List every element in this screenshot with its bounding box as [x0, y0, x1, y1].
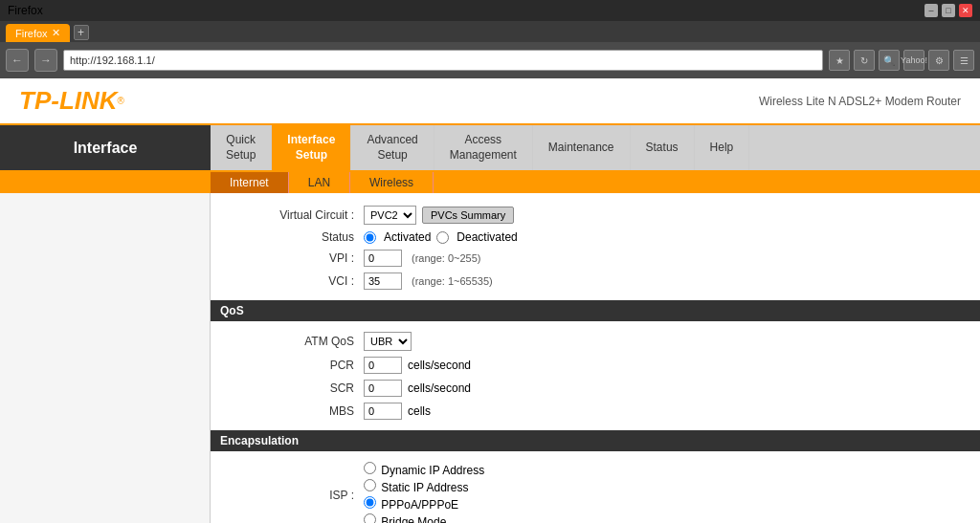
tab-bar: Firefox ✕ +: [0, 21, 980, 42]
tp-link-logo: TP-LINK®: [19, 86, 124, 116]
vpi-label: VPI :: [230, 251, 364, 265]
virtual-circuit-row: Virtual Circuit : PVC2 PVCs Summary: [230, 203, 961, 228]
isp-pppoa-radio[interactable]: [364, 496, 376, 509]
toolbar-icons: ★ ↻ 🔍 Yahoo! ⚙ ☰: [829, 50, 974, 71]
tab-interface-setup[interactable]: Interface Setup: [272, 125, 351, 170]
tab-access-management[interactable]: Access Management: [434, 125, 533, 170]
vci-label: VCI :: [230, 274, 364, 288]
pcr-input[interactable]: [364, 357, 402, 374]
browser-tab[interactable]: Firefox ✕: [6, 24, 70, 42]
atm-qos-select[interactable]: UBR: [364, 332, 412, 351]
bookmark-icon[interactable]: ★: [829, 50, 850, 71]
main-content: Virtual Circuit : PVC2 PVCs Summary Stat…: [211, 193, 980, 523]
forward-button[interactable]: →: [34, 49, 57, 72]
tab-advanced-setup[interactable]: Advanced Setup: [351, 125, 434, 170]
vpi-value: (range: 0~255): [364, 250, 961, 267]
vpi-range: (range: 0~255): [412, 252, 480, 264]
status-activated-label: Activated: [384, 230, 431, 244]
browser-toolbar: ← → http://192.168.1.1/ ★ ↻ 🔍 Yahoo! ⚙ ☰: [0, 42, 980, 78]
main-navigation: Interface Quick Setup Interface Setup Ad…: [0, 125, 980, 172]
sidebar: [0, 193, 211, 523]
scr-value: cells/second: [364, 380, 961, 397]
mbs-value: cells: [364, 403, 961, 420]
maximize-button[interactable]: □: [942, 4, 955, 17]
tab-label: Firefox: [15, 28, 48, 39]
vci-row: VCI : (range: 1~65535): [230, 270, 961, 293]
pcr-label: PCR: [230, 359, 364, 372]
menu-icon[interactable]: ☰: [953, 50, 974, 71]
sub-tab-internet[interactable]: Internet: [211, 172, 289, 193]
isp-bridge-radio[interactable]: [364, 513, 376, 523]
mbs-input[interactable]: [364, 403, 402, 420]
mbs-unit: cells: [408, 404, 431, 418]
browser-title: Firefox: [8, 4, 43, 17]
vpi-input[interactable]: [364, 250, 402, 267]
sub-navigation: Internet LAN Wireless: [0, 172, 980, 193]
atm-qos-label: ATM QoS: [230, 335, 364, 348]
mbs-row: MBS cells: [230, 400, 961, 423]
address-bar[interactable]: http://192.168.1.1/: [63, 50, 823, 71]
encapsulation-section-header: Encapsulation: [211, 430, 980, 451]
scr-row: SCR cells/second: [230, 377, 961, 400]
tab-maintenance[interactable]: Maintenance: [533, 125, 631, 170]
router-header: TP-LINK® Wireless Lite N ADSL2+ Modem Ro…: [0, 78, 980, 125]
title-bar: Firefox – □ ✕: [0, 0, 980, 21]
virtual-circuit-select[interactable]: PVC2: [364, 206, 416, 225]
router-subtitle: Wireless Lite N ADSL2+ Modem Router: [759, 95, 961, 108]
pcr-value: cells/second: [364, 357, 961, 374]
vpi-row: VPI : (range: 0~255): [230, 247, 961, 270]
status-row: Status Activated Deactivated: [230, 228, 961, 247]
sidebar-nav-interface: Interface: [0, 125, 211, 170]
mbs-label: MBS: [230, 404, 364, 418]
isp-bridge: Bridge Mode: [364, 513, 446, 523]
window-controls: – □ ✕: [924, 4, 972, 17]
pcr-row: PCR cells/second: [230, 354, 961, 377]
isp-dynamic-radio[interactable]: [364, 462, 376, 474]
isp-label: ISP :: [230, 489, 364, 502]
back-button[interactable]: ←: [6, 49, 29, 72]
pvc-summary-button[interactable]: PVCs Summary: [422, 207, 514, 224]
refresh-icon[interactable]: ↻: [854, 50, 875, 71]
status-label: Status: [230, 230, 364, 244]
isp-pppoa: PPPoA/PPPoE: [364, 496, 458, 512]
pcr-unit: cells/second: [408, 359, 471, 372]
isp-static-radio[interactable]: [364, 479, 376, 491]
atm-qos-value: UBR: [364, 332, 961, 351]
atm-qos-row: ATM QoS UBR: [230, 329, 961, 354]
tab-status[interactable]: Status: [631, 125, 695, 170]
tab-quick-setup[interactable]: Quick Setup: [211, 125, 272, 170]
status-deactivated-radio[interactable]: [436, 231, 449, 244]
minimize-button[interactable]: –: [924, 4, 938, 17]
content-area: Virtual Circuit : PVC2 PVCs Summary Stat…: [0, 193, 980, 523]
scr-input[interactable]: [364, 380, 402, 397]
status-value: Activated Deactivated: [364, 230, 961, 244]
sub-tab-lan[interactable]: LAN: [289, 172, 350, 193]
virtual-circuit-value: PVC2 PVCs Summary: [364, 206, 961, 225]
tab-close-icon[interactable]: ✕: [52, 27, 60, 39]
tab-help[interactable]: Help: [695, 125, 750, 170]
tools-icon[interactable]: ⚙: [928, 50, 949, 71]
status-activated-radio[interactable]: [364, 231, 376, 244]
nav-tabs: Quick Setup Interface Setup Advanced Set…: [211, 125, 980, 170]
isp-row: ISP : Dynamic IP Address Static IP Addre…: [230, 459, 961, 523]
vci-value: (range: 1~65535): [364, 272, 961, 290]
status-deactivated-label: Deactivated: [457, 230, 517, 244]
new-tab-button[interactable]: +: [74, 25, 89, 40]
qos-section-header: QoS: [211, 300, 980, 321]
close-button[interactable]: ✕: [959, 4, 972, 17]
url-text: http://192.168.1.1/: [70, 54, 155, 66]
page-content: TP-LINK® Wireless Lite N ADSL2+ Modem Ro…: [0, 78, 980, 523]
virtual-circuit-label: Virtual Circuit :: [230, 208, 364, 222]
yahoo-icon[interactable]: Yahoo!: [903, 50, 924, 71]
scr-unit: cells/second: [408, 381, 471, 395]
scr-label: SCR: [230, 381, 364, 395]
sub-tab-wireless[interactable]: Wireless: [350, 172, 434, 193]
isp-static-ip: Static IP Address: [364, 479, 469, 494]
isp-dynamic-ip: Dynamic IP Address: [364, 462, 484, 477]
search-icon[interactable]: 🔍: [879, 50, 900, 71]
isp-options: Dynamic IP Address Static IP Address PPP…: [364, 462, 961, 523]
vci-input[interactable]: [364, 272, 402, 290]
vci-range: (range: 1~65535): [412, 275, 493, 287]
